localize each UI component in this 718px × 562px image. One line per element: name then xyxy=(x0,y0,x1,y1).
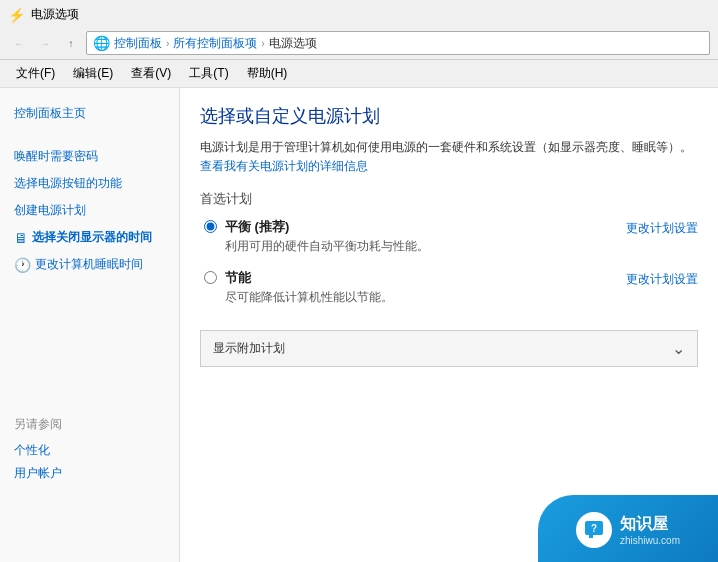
breadcrumb-control-panel[interactable]: 控制面板 xyxy=(114,35,162,52)
sidebar-item-create-plan[interactable]: 创建电源计划 xyxy=(0,197,179,224)
plan-balanced-row: 平衡 (推荐) 利用可用的硬件自动平衡功耗与性能。 更改计划设置 xyxy=(200,218,698,269)
plan-balanced-desc: 利用可用的硬件自动平衡功耗与性能。 xyxy=(225,238,429,255)
description-link[interactable]: 查看我有关电源计划的详细信息 xyxy=(200,159,368,173)
plan-powersaver-row: 节能 尽可能降低计算机性能以节能。 更改计划设置 xyxy=(200,269,698,320)
also-see-title: 另请参阅 xyxy=(14,416,62,433)
description-text: 电源计划是用于管理计算机如何使用电源的一套硬件和系统设置（如显示器亮度、睡眠等）… xyxy=(200,140,692,154)
menu-tools[interactable]: 工具(T) xyxy=(181,62,236,85)
watermark-url: zhishiwu.com xyxy=(620,535,680,546)
plan-powersaver-option: 节能 尽可能降低计算机性能以节能。 xyxy=(200,269,393,306)
menu-file[interactable]: 文件(F) xyxy=(8,62,63,85)
plan-balanced-option: 平衡 (推荐) 利用可用的硬件自动平衡功耗与性能。 xyxy=(200,218,429,255)
plan-powersaver-radio[interactable] xyxy=(204,271,217,284)
sidebar-item-user-accounts[interactable]: 用户帐户 xyxy=(14,462,62,485)
sidebar-item-wake-password[interactable]: 唤醒时需要密码 xyxy=(0,143,179,170)
svg-text:?: ? xyxy=(591,523,597,534)
plan-balanced-name: 平衡 (推荐) xyxy=(225,218,429,236)
sidebar: 控制面板主页 唤醒时需要密码 选择电源按钮的功能 创建电源计划 🖥 选择关闭显示… xyxy=(0,88,180,562)
main-layout: 控制面板主页 唤醒时需要密码 选择电源按钮的功能 创建电源计划 🖥 选择关闭显示… xyxy=(0,88,718,562)
chevron-down-icon: ⌄ xyxy=(672,339,685,358)
title-bar: ⚡ 电源选项 xyxy=(0,0,718,27)
watermark: ? 知识屋 zhishiwu.com xyxy=(538,495,718,562)
menu-view[interactable]: 查看(V) xyxy=(123,62,179,85)
sidebar-links-section: 唤醒时需要密码 选择电源按钮的功能 创建电源计划 🖥 选择关闭显示器的时间 🕐 … xyxy=(0,143,179,278)
question-icon: ? xyxy=(583,519,605,541)
sidebar-item-sleep-time[interactable]: 更改计算机睡眠时间 xyxy=(35,256,143,273)
additional-plans-text: 显示附加计划 xyxy=(213,340,285,357)
menu-edit[interactable]: 编辑(E) xyxy=(65,62,121,85)
sidebar-item-control-panel-home[interactable]: 控制面板主页 xyxy=(0,100,179,127)
title-bar-icon: ⚡ xyxy=(8,7,25,23)
breadcrumb: 🌐 控制面板 › 所有控制面板项 › 电源选项 xyxy=(86,31,710,55)
watermark-brand-text1: 知识屋 xyxy=(620,515,668,532)
watermark-icon: ? xyxy=(576,512,612,548)
watermark-brand: 知识屋 xyxy=(620,514,680,535)
plan-powersaver-desc: 尽可能降低计算机性能以节能。 xyxy=(225,289,393,306)
svg-rect-1 xyxy=(589,535,593,538)
menu-help[interactable]: 帮助(H) xyxy=(239,62,296,85)
page-title: 选择或自定义电源计划 xyxy=(200,104,698,128)
breadcrumb-all-items[interactable]: 所有控制面板项 xyxy=(173,35,257,52)
breadcrumb-sep-2: › xyxy=(261,38,264,49)
additional-plans[interactable]: 显示附加计划 ⌄ xyxy=(200,330,698,367)
also-see-section: 另请参阅 个性化 用户帐户 xyxy=(0,416,62,485)
watermark-text: 知识屋 zhishiwu.com xyxy=(620,514,680,546)
forward-button[interactable]: → xyxy=(34,32,56,54)
plan-balanced-details: 平衡 (推荐) 利用可用的硬件自动平衡功耗与性能。 xyxy=(225,218,429,255)
sidebar-item-personalization[interactable]: 个性化 xyxy=(14,439,62,462)
breadcrumb-sep-1: › xyxy=(166,38,169,49)
sidebar-item-display-off-time[interactable]: 选择关闭显示器的时间 xyxy=(32,229,152,246)
nav-bar: ← → ↑ 🌐 控制面板 › 所有控制面板项 › 电源选项 xyxy=(0,27,718,60)
title-bar-text: 电源选项 xyxy=(31,6,79,23)
plan-powersaver-settings-link[interactable]: 更改计划设置 xyxy=(626,271,698,288)
sidebar-item-power-button[interactable]: 选择电源按钮的功能 xyxy=(0,170,179,197)
up-button[interactable]: ↑ xyxy=(60,32,82,54)
plan-balanced-settings-link[interactable]: 更改计划设置 xyxy=(626,220,698,237)
description: 电源计划是用于管理计算机如何使用电源的一套硬件和系统设置（如显示器亮度、睡眠等）… xyxy=(200,138,698,176)
plan-powersaver-details: 节能 尽可能降低计算机性能以节能。 xyxy=(225,269,393,306)
back-button[interactable]: ← xyxy=(8,32,30,54)
plan-powersaver-name: 节能 xyxy=(225,269,393,287)
section-title: 首选计划 xyxy=(200,190,698,208)
menu-bar: 文件(F) 编辑(E) 查看(V) 工具(T) 帮助(H) xyxy=(0,60,718,88)
sidebar-main-section: 控制面板主页 xyxy=(0,100,179,127)
breadcrumb-power-options: 电源选项 xyxy=(269,35,317,52)
plan-balanced-radio[interactable] xyxy=(204,220,217,233)
content-area: 选择或自定义电源计划 电源计划是用于管理计算机如何使用电源的一套硬件和系统设置（… xyxy=(180,88,718,562)
